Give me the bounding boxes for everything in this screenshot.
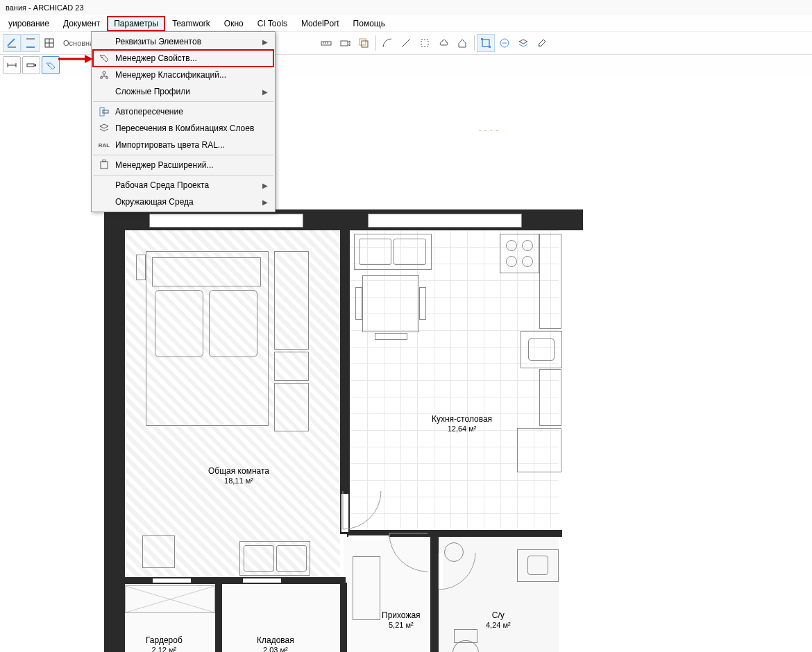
menu-parameters[interactable]: Параметры [107, 16, 165, 31]
closet-shelf [125, 585, 215, 613]
tool-camera-icon[interactable] [336, 34, 354, 52]
wall [340, 583, 347, 652]
ral-icon: RAL [96, 142, 112, 148]
tool-line-icon[interactable] [397, 34, 415, 52]
svg-point-21 [539, 45, 541, 47]
dining-table [362, 275, 419, 332]
menu-item-import-ral[interactable]: RAL Импортировать цвета RAL... [93, 137, 273, 153]
svg-rect-37 [100, 108, 104, 116]
tool-select-icon[interactable] [416, 34, 434, 52]
svg-point-31 [101, 57, 103, 58]
armchair [142, 535, 175, 568]
menu-teamwork[interactable]: Teamwork [165, 16, 217, 31]
tool-tag-icon[interactable] [42, 56, 60, 74]
sofa [354, 234, 432, 270]
tool-suspend-icon[interactable] [496, 34, 514, 52]
room-label-kitchen: Кухня-столовая12,64 м² [432, 414, 492, 434]
menu-edit[interactable]: уирование [1, 16, 56, 31]
svg-point-26 [48, 65, 49, 66]
svg-rect-15 [421, 40, 428, 46]
wall [104, 209, 125, 652]
tool-constraint-y[interactable] [22, 34, 40, 52]
sofa [239, 541, 310, 576]
app-title: вания - ARCHICAD 23 [6, 3, 84, 12]
svg-rect-7 [321, 42, 331, 45]
tool-constraint-x[interactable] [3, 34, 21, 52]
menu-item-layer-intersections[interactable]: Пересечения в Комбинациях Слоев [93, 120, 273, 137]
door-arc [342, 490, 385, 533]
svg-marker-42 [85, 55, 93, 63]
nightstand [136, 255, 146, 280]
tool-paint-icon[interactable] [533, 34, 551, 52]
submenu-arrow-icon: ▶ [262, 38, 271, 46]
submenu-arrow-icon: ▶ [262, 198, 271, 206]
layers-icon [96, 123, 112, 134]
door-arc [389, 530, 432, 573]
menu-window[interactable]: Окно [217, 16, 251, 31]
tool-dimension-icon[interactable] [3, 56, 21, 74]
svg-rect-25 [27, 64, 34, 67]
title-bar: вания - ARCHICAD 23 [0, 0, 812, 16]
svg-point-32 [103, 71, 105, 74]
classification-icon [96, 69, 112, 80]
wall [215, 583, 222, 652]
bed [146, 251, 269, 426]
toolbar-separator [474, 35, 475, 51]
chair [375, 333, 407, 340]
nightstand [274, 352, 309, 381]
window [368, 214, 522, 228]
tool-cloud-icon[interactable] [434, 34, 452, 52]
tool-grid-snap[interactable] [40, 34, 58, 52]
svg-rect-12 [360, 39, 366, 45]
tool-marquee-icon[interactable] [477, 34, 495, 52]
svg-rect-18 [489, 46, 491, 48]
tool-ruler-icon[interactable] [317, 34, 335, 52]
cabinet [353, 556, 380, 620]
chair [419, 287, 426, 320]
menu-item-complex-profiles[interactable]: Сложные Профили ▶ [93, 83, 273, 100]
dresser [274, 383, 309, 431]
svg-rect-40 [103, 160, 105, 162]
menu-separator [93, 175, 273, 175]
tag-icon [96, 53, 112, 64]
intersection-icon [96, 106, 112, 117]
svg-rect-13 [362, 41, 368, 47]
tool-home-icon[interactable] [453, 34, 471, 52]
door-opening [243, 578, 281, 583]
menu-item-project-environment[interactable]: Рабочая Среда Проекта ▶ [93, 177, 273, 194]
door-opening [348, 535, 389, 540]
fridge [517, 428, 561, 472]
menu-modelport[interactable]: ModelPort [294, 16, 346, 31]
svg-line-0 [8, 39, 15, 46]
menu-document[interactable]: Документ [56, 16, 107, 31]
parameters-dropdown: Реквизиты Элементов ▶ Менеджер Свойств..… [91, 31, 276, 212]
menu-help[interactable]: Помощь [346, 16, 392, 31]
svg-rect-17 [481, 38, 483, 40]
menu-separator [93, 155, 273, 155]
toolbar-separator [375, 35, 376, 51]
menu-item-classification-manager[interactable]: Менеджер Классификаций... [93, 67, 273, 83]
submenu-arrow-icon: ▶ [262, 88, 271, 96]
menu-citools[interactable]: CI Tools [251, 16, 294, 31]
tool-arc-icon[interactable] [378, 34, 396, 52]
room-label-hall: Прихожая5,21 м² [382, 610, 421, 630]
room-label-storage: Кладовая2,03 м² [257, 635, 294, 652]
origin-marker: - - - - [479, 126, 499, 134]
menu-item-element-attributes[interactable]: Реквизиты Элементов ▶ [93, 33, 273, 50]
submenu-arrow-icon: ▶ [262, 182, 271, 189]
svg-point-35 [101, 77, 103, 79]
menu-item-property-manager[interactable]: Менеджер Свойств... [93, 50, 273, 67]
tool-trace-icon[interactable] [355, 34, 373, 52]
svg-line-14 [402, 39, 410, 47]
wardrobe-furniture [274, 251, 309, 350]
door-opening [153, 578, 191, 583]
stove [500, 234, 539, 273]
counter [539, 369, 561, 426]
tool-layer-icon[interactable] [514, 34, 532, 52]
menu-item-environment[interactable]: Окружающая Среда ▶ [93, 194, 273, 210]
menu-item-extension-manager[interactable]: Менеджер Расширений... [93, 157, 273, 173]
room-label-living: Общая комната18,11 м² [208, 466, 269, 486]
tool-pointer-icon[interactable] [22, 56, 40, 74]
menu-item-auto-intersection[interactable]: Автопересечение [93, 103, 273, 120]
toilet [451, 629, 479, 652]
